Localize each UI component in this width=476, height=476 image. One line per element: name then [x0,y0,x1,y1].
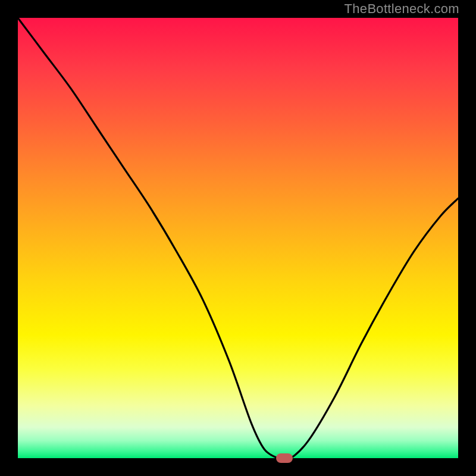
plot-area [18,18,458,458]
bottleneck-curve [18,18,458,458]
curve-svg [18,18,458,458]
bottleneck-marker [276,453,293,463]
watermark-text: TheBottleneck.com [345,1,459,17]
chart-frame: TheBottleneck.com [0,0,476,476]
